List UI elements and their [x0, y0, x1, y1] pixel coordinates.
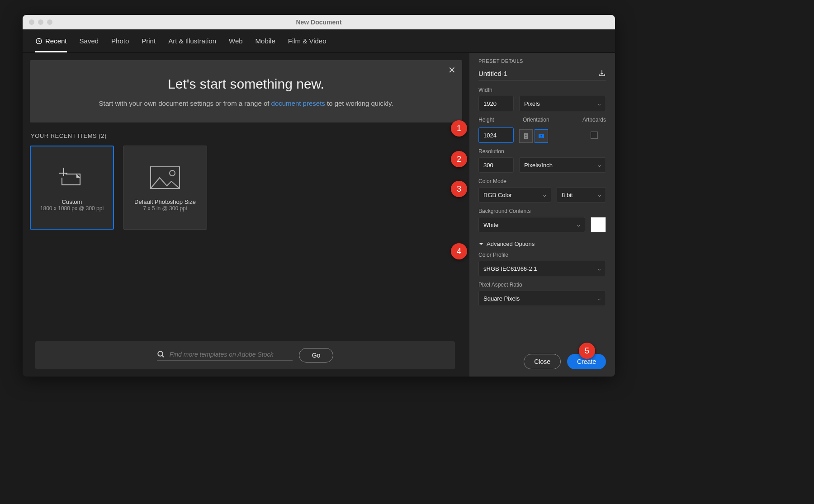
annotation-5: 5 — [579, 343, 595, 359]
orientation-portrait-button[interactable] — [519, 129, 533, 143]
color-mode-dropdown[interactable]: RGB Color⌵ — [478, 187, 551, 203]
tab-mobile[interactable]: Mobile — [256, 29, 275, 52]
tab-saved[interactable]: Saved — [80, 29, 99, 52]
save-preset-icon[interactable] — [598, 69, 606, 77]
resolution-unit-dropdown[interactable]: Pixels/Inch⌵ — [519, 157, 606, 173]
hero-subtitle: Start with your own document settings or… — [48, 98, 444, 109]
document-presets-link[interactable]: document presets — [271, 99, 325, 107]
chevron-down-icon: ⌵ — [598, 162, 601, 168]
stock-search-field[interactable] — [157, 350, 293, 361]
go-button[interactable]: Go — [299, 348, 334, 363]
close-button[interactable]: Close — [524, 354, 561, 369]
tab-art[interactable]: Art & Illustration — [168, 29, 216, 52]
tab-web[interactable]: Web — [229, 29, 243, 52]
window-title: New Document — [23, 19, 615, 26]
color-profile-dropdown[interactable]: sRGB IEC61966-2.1⌵ — [478, 261, 606, 276]
titlebar: New Document — [23, 15, 615, 29]
background-color-swatch[interactable] — [591, 217, 606, 232]
width-input[interactable] — [478, 96, 514, 111]
annotation-2: 2 — [451, 151, 467, 167]
chevron-down-icon: ⌵ — [577, 222, 580, 228]
chevron-down-icon: ⌵ — [598, 101, 601, 107]
document-name-input[interactable] — [478, 70, 581, 77]
height-input[interactable] — [478, 127, 514, 143]
svg-point-2 — [170, 170, 175, 176]
stock-search-input[interactable] — [170, 351, 293, 358]
stock-search-bar: Go — [35, 341, 455, 369]
preset-details-heading: PRESET DETAILS — [478, 58, 606, 64]
search-icon — [157, 350, 165, 358]
tab-film[interactable]: Film & Video — [288, 29, 327, 52]
recent-items-heading: YOUR RECENT ITEMS (2) — [31, 132, 462, 139]
orientation-landscape-button[interactable] — [535, 129, 548, 143]
tab-photo[interactable]: Photo — [111, 29, 129, 52]
preset-card-custom[interactable]: Custom 1800 x 1080 px @ 300 ppi — [30, 146, 114, 230]
chevron-down-icon: ⌵ — [543, 192, 546, 198]
width-unit-dropdown[interactable]: Pixels⌵ — [519, 96, 606, 111]
main-area: ✕ Let's start something new. Start with … — [23, 53, 469, 377]
bit-depth-dropdown[interactable]: 8 bit⌵ — [557, 187, 606, 203]
image-icon — [147, 164, 183, 191]
custom-size-icon — [54, 164, 90, 191]
svg-point-5 — [525, 135, 527, 136]
annotation-1: 1 — [451, 120, 467, 137]
category-tabs: Recent Saved Photo Print Art & Illustrat… — [23, 29, 615, 53]
annotation-4: 4 — [451, 243, 467, 259]
background-dropdown[interactable]: White⌵ — [478, 217, 585, 232]
preset-card-default[interactable]: Default Photoshop Size 7 x 5 in @ 300 pp… — [123, 146, 207, 230]
preset-details-panel: PRESET DETAILS Width Pixels⌵ Height Orie… — [469, 53, 615, 377]
chevron-down-icon: ⌵ — [598, 266, 601, 272]
artboards-checkbox[interactable] — [591, 132, 598, 139]
portrait-icon — [523, 133, 529, 139]
hero-title: Let's start something new. — [48, 76, 444, 92]
chevron-down-icon: ⌵ — [598, 192, 601, 198]
new-document-window: New Document Recent Saved Photo Print Ar… — [23, 15, 615, 377]
welcome-banner: ✕ Let's start something new. Start with … — [30, 60, 462, 122]
chevron-down-icon — [478, 241, 484, 247]
svg-point-3 — [158, 351, 163, 356]
tab-print[interactable]: Print — [142, 29, 156, 52]
svg-point-7 — [541, 135, 542, 137]
landscape-icon — [538, 133, 544, 139]
pixel-aspect-ratio-dropdown[interactable]: Square Pixels⌵ — [478, 291, 606, 306]
chevron-down-icon: ⌵ — [598, 296, 601, 301]
advanced-options-toggle[interactable]: Advanced Options — [478, 240, 606, 247]
resolution-input[interactable] — [478, 157, 514, 173]
annotation-3: 3 — [451, 181, 467, 197]
tab-recent[interactable]: Recent — [35, 29, 67, 52]
close-icon[interactable]: ✕ — [448, 65, 456, 75]
recent-items-grid: Custom 1800 x 1080 px @ 300 ppi Default … — [30, 146, 462, 230]
clock-icon — [35, 38, 43, 45]
